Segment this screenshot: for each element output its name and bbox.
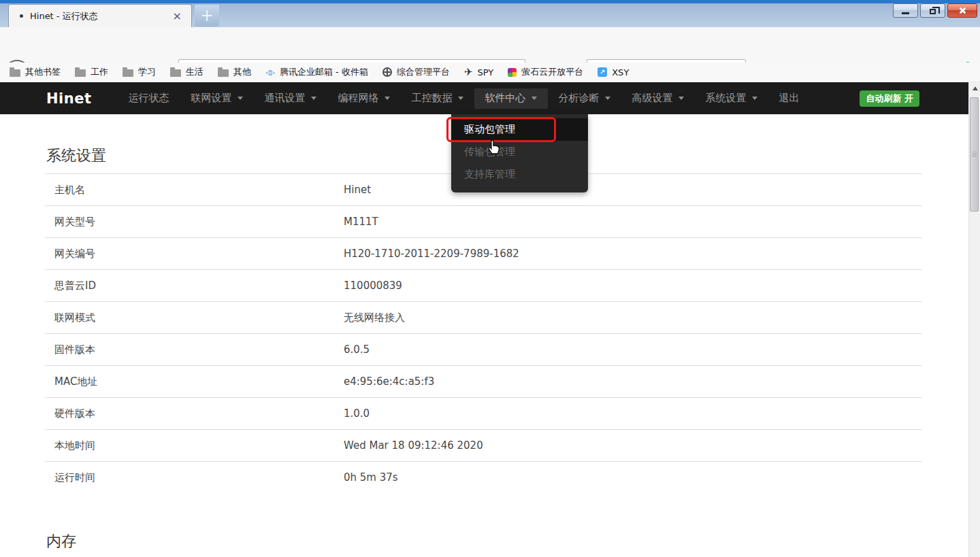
browser-tab[interactable]: Hinet - 运行状态 × xyxy=(8,4,192,27)
chevron-down-icon xyxy=(458,97,463,100)
table-row: 网关编号 H120-1710-2011-2209-7989-1682 xyxy=(45,237,922,269)
row-value: Wed Mar 18 09:12:46 2020 xyxy=(344,439,483,452)
bookmark-label: 学习 xyxy=(138,66,156,78)
bookmark-item[interactable]: SPY xyxy=(464,66,493,78)
table-row: 硬件版本 1.0.0 xyxy=(45,397,922,429)
bookmark-item[interactable]: 腾讯企业邮箱 - 收件箱 xyxy=(265,66,368,78)
row-value: 0h 5m 37s xyxy=(344,471,398,484)
bookmark-label: 腾讯企业邮箱 - 收件箱 xyxy=(280,66,368,78)
bookmark-icon xyxy=(218,69,229,77)
titlebar-accent-strip xyxy=(0,0,980,3)
nav-item[interactable]: 工控数据 xyxy=(401,88,474,109)
bookmark-item[interactable]: 生活 xyxy=(170,66,203,78)
restore-button[interactable] xyxy=(920,3,945,18)
nav-item[interactable]: 退出 xyxy=(768,88,811,109)
dropdown-menu-item[interactable]: 支持库管理 xyxy=(451,163,588,186)
bookmark-icon xyxy=(122,69,133,77)
scrollbar-track[interactable] xyxy=(968,82,980,557)
minimize-icon xyxy=(902,12,909,14)
table-row: 固件版本 6.0.5 xyxy=(45,333,922,365)
row-label: 网关型号 xyxy=(45,216,344,229)
row-value: 无线网络接入 xyxy=(344,311,405,324)
site-navbar: Hinet 运行状态 联网设置 通讯设置 编程网络 工控数据 xyxy=(0,82,968,114)
chevron-down-icon xyxy=(385,97,390,100)
dropdown-menu-item[interactable]: 驱动包管理 xyxy=(451,118,588,141)
nav-item-label: 退出 xyxy=(779,92,800,105)
chevron-down-icon xyxy=(311,97,316,100)
chevron-down-icon xyxy=(238,97,243,100)
chevron-down-icon xyxy=(752,97,757,100)
row-value: 6.0.5 xyxy=(344,343,370,356)
scroll-up-button[interactable] xyxy=(969,82,980,94)
bookmark-icon xyxy=(75,69,86,77)
nav-item-label: 系统设置 xyxy=(706,92,747,105)
bookmark-label: 萤石云开放平台 xyxy=(521,66,583,78)
site-nav-list: 运行状态 联网设置 通讯设置 编程网络 工控数据 软件中心 xyxy=(118,88,811,109)
window-controls xyxy=(893,3,977,18)
bookmark-icon xyxy=(10,69,20,77)
nav-item-label: 运行状态 xyxy=(129,92,169,105)
table-row: MAC地址 e4:95:6e:4c:a5:f3 xyxy=(45,365,922,397)
row-value: 1.0.0 xyxy=(344,407,370,420)
nav-item[interactable]: 通讯设置 xyxy=(254,88,327,109)
row-label: 本地时间 xyxy=(45,439,344,452)
row-label: 思普云ID xyxy=(45,280,344,292)
new-tab-button[interactable]: + xyxy=(195,5,219,27)
bookmark-label: 综合管理平台 xyxy=(397,66,450,78)
tab-close-icon[interactable]: × xyxy=(170,10,184,23)
row-value: Hinet xyxy=(344,184,371,196)
bookmark-item[interactable]: 综合管理平台 xyxy=(382,66,450,78)
bookmark-icon xyxy=(508,68,517,77)
bookmark-icon xyxy=(170,69,181,77)
close-button[interactable] xyxy=(947,3,977,18)
nav-item[interactable]: 运行状态 xyxy=(118,88,180,109)
bookmark-label: XSY xyxy=(612,67,629,78)
nav-item-label: 分析诊断 xyxy=(559,92,600,105)
site-logo[interactable]: Hinet xyxy=(46,90,92,107)
row-label: 运行时间 xyxy=(45,471,344,484)
nav-item[interactable]: 联网设置 xyxy=(180,88,254,109)
auto-refresh-toggle[interactable]: 自动刷新 开 xyxy=(860,90,919,107)
bookmark-item[interactable]: 萤石云开放平台 xyxy=(508,66,583,78)
row-label: 硬件版本 xyxy=(45,407,344,420)
chevron-down-icon xyxy=(605,97,610,100)
window-titlebar: Hinet - 运行状态 × + xyxy=(0,0,980,27)
bookmark-item[interactable]: 学习 xyxy=(122,66,156,78)
row-label: 网关编号 xyxy=(45,248,344,260)
row-label: MAC地址 xyxy=(45,375,344,388)
favicon-icon xyxy=(20,14,23,18)
nav-item[interactable]: 编程网络 xyxy=(327,88,401,109)
bookmark-label: 其他 xyxy=(233,66,251,78)
nav-item-label: 软件中心 xyxy=(485,92,526,105)
bookmark-item[interactable]: 其他 xyxy=(218,66,251,78)
row-label: 联网模式 xyxy=(45,311,344,324)
bookmark-item[interactable]: 其他书签 xyxy=(10,66,61,78)
software-center-dropdown: 驱动包管理传输包管理支持库管理 xyxy=(451,114,588,192)
page-content: Hinet 运行状态 联网设置 通讯设置 编程网络 工控数据 xyxy=(0,82,968,557)
chevron-down-icon xyxy=(679,97,684,100)
nav-item[interactable]: 分析诊断 xyxy=(548,88,621,109)
bookmark-item[interactable]: XSY xyxy=(598,67,629,78)
dropdown-menu-item[interactable]: 传输包管理 xyxy=(451,141,588,163)
minimize-button[interactable] xyxy=(893,3,918,18)
table-row: 运行时间 0h 5m 37s xyxy=(45,461,922,493)
nav-item-label: 高级设置 xyxy=(632,92,673,105)
bookmark-icon xyxy=(265,68,275,77)
table-row: 思普云ID 110000839 xyxy=(45,269,922,301)
system-info-table: 主机名 Hinet 网关型号 M111T 网关编号 H120-1710-2011… xyxy=(45,173,922,493)
bookmarks-bar: 其他书签 工作 学习 生活 其他 腾讯企业邮箱 - 收件箱 综合管理平台 SPY… xyxy=(0,63,980,82)
memory-section-title: 内存 xyxy=(46,531,76,552)
bookmark-label: SPY xyxy=(477,67,493,78)
bookmark-icon xyxy=(464,66,473,78)
scrollbar-thumb[interactable] xyxy=(970,97,979,212)
bookmark-icon xyxy=(598,67,607,77)
nav-item-label: 联网设置 xyxy=(191,92,232,105)
row-value: H120-1710-2011-2209-7989-1682 xyxy=(344,248,519,260)
bookmark-item[interactable]: 工作 xyxy=(75,66,108,78)
nav-item[interactable]: 软件中心 xyxy=(474,88,548,109)
nav-item[interactable]: 高级设置 xyxy=(621,88,695,109)
tab-title: Hinet - 运行状态 xyxy=(30,10,170,22)
row-label: 固件版本 xyxy=(45,343,344,356)
table-row: 网关型号 M111T xyxy=(45,205,922,237)
nav-item[interactable]: 系统设置 xyxy=(695,88,768,109)
